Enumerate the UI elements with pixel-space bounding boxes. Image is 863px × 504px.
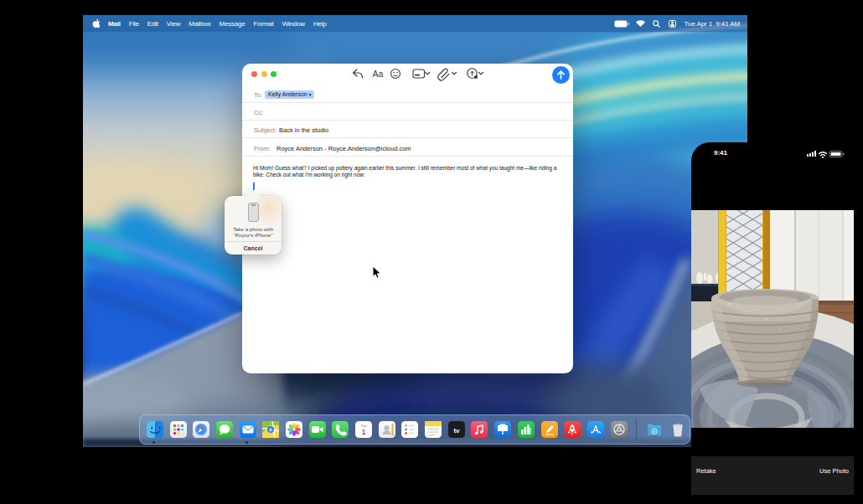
svg-text:tv: tv xyxy=(453,427,460,435)
svg-text:1: 1 xyxy=(362,428,366,436)
svg-text:Aa: Aa xyxy=(373,69,384,79)
